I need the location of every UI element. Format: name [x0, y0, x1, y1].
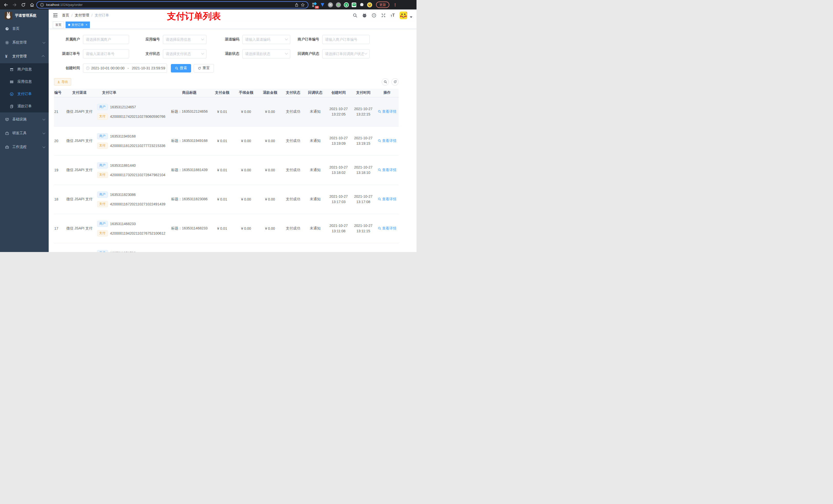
- channel-order-no-field[interactable]: [83, 49, 129, 58]
- extension-y-icon[interactable]: y: [344, 2, 349, 7]
- search-icon[interactable]: [353, 13, 357, 18]
- view-detail-link[interactable]: 查看详情: [378, 197, 397, 201]
- info-icon[interactable]: [40, 3, 44, 7]
- actions-cell: 查看详情: [376, 214, 399, 243]
- logo-image: [5, 12, 12, 20]
- extensions-puzzle-icon[interactable]: [359, 2, 364, 7]
- column-create-time: 创建时间: [326, 89, 351, 97]
- home-icon[interactable]: [30, 3, 34, 7]
- sidebar-item-pay-order[interactable]: ¥ 支付订单: [0, 88, 49, 100]
- channel-code-input[interactable]: [245, 38, 284, 42]
- fee-amount: ¥ 0.00: [234, 155, 258, 185]
- sidebar-item-workflow[interactable]: 工作流程: [0, 140, 49, 154]
- magnifier-icon: [378, 197, 381, 201]
- extension-command-icon[interactable]: ⌘: [328, 2, 333, 7]
- magnifier-icon: [378, 139, 381, 142]
- breadcrumb-home[interactable]: 首页: [62, 13, 69, 18]
- browser-menu-icon[interactable]: ⋮: [392, 3, 398, 7]
- grid-icon: [10, 80, 14, 84]
- back-icon[interactable]: [4, 3, 8, 7]
- pay-time: [351, 243, 376, 252]
- sidebar-item-app-info[interactable]: 应用信息: [0, 75, 49, 88]
- breadcrumb: 首页 / 支付管理 / 支付订单: [62, 13, 109, 18]
- extension-tag-assistant-icon[interactable]: 10: [312, 2, 317, 7]
- close-icon[interactable]: ×: [86, 23, 87, 27]
- help-icon[interactable]: ?: [372, 13, 376, 18]
- pay-tag: 支付: [97, 201, 108, 207]
- tab-pay-order[interactable]: 支付订单×: [66, 22, 90, 28]
- breadcrumb-current: 支付订单: [95, 13, 109, 18]
- reset-button[interactable]: 重置: [194, 64, 214, 72]
- active-dot: [68, 24, 70, 26]
- merchant-tag: 商户: [97, 133, 108, 139]
- channel-code-select[interactable]: [242, 35, 290, 44]
- share-icon[interactable]: [294, 3, 299, 7]
- reload-icon[interactable]: [21, 3, 26, 7]
- app-input[interactable]: [166, 38, 200, 42]
- tab-home[interactable]: 首页: [53, 22, 64, 28]
- github-icon[interactable]: [362, 13, 367, 18]
- order-table-body: 21 微信 JSAPI 支付 商户1635312124657 支付4200001…: [54, 97, 399, 252]
- refresh-table-button[interactable]: [391, 78, 399, 86]
- collapse-menu-icon[interactable]: [53, 13, 58, 18]
- export-button[interactable]: 导出: [54, 78, 71, 86]
- browser-update-button[interactable]: 更新: [376, 2, 389, 8]
- create-time-range-picker[interactable]: 2021-10-01 00:00:00 - 2021-10-31 23:59:5…: [83, 64, 167, 73]
- font-size-icon[interactable]: TT: [390, 13, 395, 18]
- table-row: 18 微信 JSAPI 支付 商户1635311823086 支付4200001…: [54, 185, 399, 214]
- toggle-search-button[interactable]: [382, 78, 389, 86]
- avatar[interactable]: [400, 11, 407, 19]
- merchant-order-no: 1635311949168: [110, 134, 136, 138]
- merchant-tag: 商户: [97, 221, 108, 227]
- pay-status-select[interactable]: [163, 49, 207, 58]
- extension-emoji-icon[interactable]: [367, 2, 372, 7]
- merchant-order-no-field[interactable]: [322, 35, 370, 44]
- fullscreen-icon[interactable]: [381, 13, 386, 18]
- merchant-input[interactable]: [86, 38, 126, 42]
- app-select[interactable]: [163, 35, 207, 44]
- sidebar-item-infrastructure[interactable]: 基础设施: [0, 113, 49, 126]
- channel-code-label: 渠道编码: [207, 37, 242, 42]
- tags-view-bar: 首页 支付订单×: [49, 21, 416, 29]
- toolbox-icon: [5, 131, 9, 135]
- forward-icon[interactable]: [12, 3, 17, 7]
- view-detail-link[interactable]: 查看详情: [378, 168, 397, 172]
- refresh-icon: [394, 80, 397, 83]
- view-detail-link[interactable]: 查看详情: [378, 139, 397, 143]
- breadcrumb-payment[interactable]: 支付管理: [75, 13, 89, 18]
- storefront-icon: [10, 68, 14, 71]
- svg-text:?: ?: [373, 14, 375, 17]
- merchant-select[interactable]: [83, 35, 129, 44]
- view-detail-link[interactable]: 查看详情: [378, 226, 397, 231]
- address-bar[interactable]: localhost:1024/pay/order: [37, 1, 308, 8]
- notify-status-select[interactable]: [322, 49, 370, 58]
- notify-status-input[interactable]: [325, 52, 364, 56]
- avatar-dropdown-caret[interactable]: [410, 16, 412, 18]
- sidebar-item-refund-order[interactable]: 退款订单: [0, 100, 49, 113]
- extension-dot-icon[interactable]: [336, 2, 341, 7]
- pay-status: 支付成功: [282, 214, 304, 243]
- transaction-no: 4200001174202110278060590766: [110, 115, 165, 119]
- extension-gem-icon[interactable]: [320, 2, 325, 7]
- sidebar-item-home[interactable]: 首页: [0, 22, 49, 35]
- sidebar-item-dev-tools[interactable]: 研发工具: [0, 126, 49, 140]
- search-button[interactable]: 搜索: [171, 64, 191, 72]
- bookmark-star-icon[interactable]: [301, 3, 305, 7]
- merchant-tag: 商户: [97, 104, 108, 110]
- extension-chat-icon[interactable]: [352, 3, 356, 7]
- pay-status-input[interactable]: [166, 52, 200, 56]
- notify-status: 未通知: [304, 97, 326, 126]
- merchant-order-no-input[interactable]: [325, 38, 367, 42]
- chevron-down-icon: [43, 131, 45, 134]
- refund-status-input[interactable]: [245, 52, 284, 56]
- magnifier-icon: [378, 110, 381, 113]
- sidebar-item-merchant-info[interactable]: 商户信息: [0, 63, 49, 75]
- sidebar-item-system[interactable]: 系统管理: [0, 35, 49, 49]
- channel-order-no-input[interactable]: [86, 52, 126, 56]
- app-title: 芋道管理系统: [15, 13, 37, 18]
- view-detail-link[interactable]: 查看详情: [378, 110, 397, 114]
- refund-status-select[interactable]: [242, 49, 290, 58]
- pay-amount: ¥ 0.01: [210, 185, 234, 214]
- sidebar-item-payment[interactable]: ¥ 支付管理: [0, 49, 49, 63]
- pay-channel: 微信 JSAPI 支付: [62, 126, 97, 155]
